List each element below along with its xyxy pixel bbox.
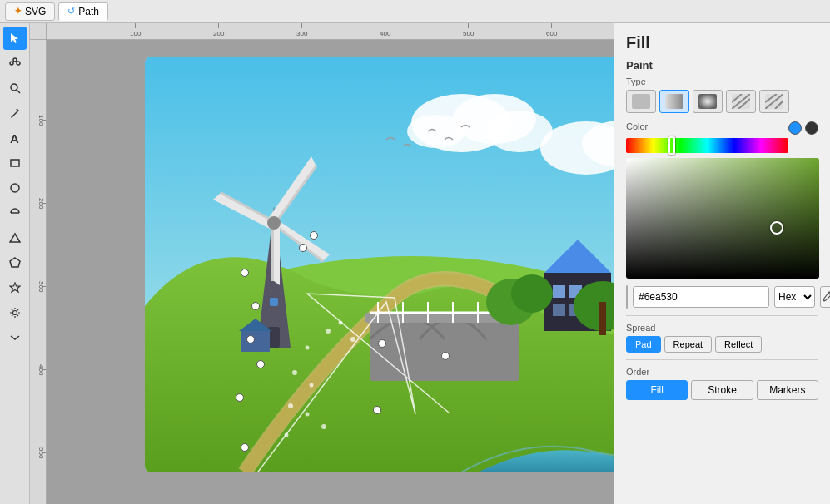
svg-point-59	[326, 329, 331, 334]
color-swatch-preview[interactable]	[626, 285, 628, 309]
order-label: Order	[626, 367, 818, 377]
tab-path-label: Path	[78, 6, 99, 17]
order-markers[interactable]: Markers	[757, 380, 818, 400]
order-fill[interactable]: Fill	[626, 380, 688, 400]
svg-marker-56	[274, 223, 280, 285]
tool-node[interactable]	[3, 52, 27, 75]
illustration-frame	[145, 57, 614, 472]
path-node-1[interactable]	[241, 269, 249, 277]
color-dot-secondary[interactable]	[805, 121, 818, 135]
canvas-inner[interactable]	[47, 40, 614, 504]
svg-rect-69	[632, 94, 650, 109]
ruler-vertical: 100 200 300 400 500	[30, 40, 47, 504]
spread-pad[interactable]: Pad	[626, 336, 661, 353]
svg-point-2	[13, 58, 17, 62]
paint-type-flat[interactable]	[626, 90, 656, 113]
type-label: Type	[626, 77, 818, 86]
tool-more[interactable]	[3, 326, 27, 349]
paint-label: Paint	[626, 59, 818, 72]
divider-2	[626, 359, 818, 360]
tool-triangle[interactable]	[3, 226, 27, 250]
path-node-11[interactable]	[241, 443, 249, 452]
canvas-area: 100 200 300 400 500 600 700 800 100 200 …	[30, 23, 614, 504]
svg-point-3	[17, 62, 20, 65]
svg-rect-71	[698, 94, 717, 109]
svg-point-7	[11, 184, 19, 192]
canvas-background	[47, 40, 614, 504]
path-node-8[interactable]	[378, 339, 386, 348]
svg-rect-47	[270, 298, 278, 306]
path-node-5[interactable]	[246, 335, 255, 343]
eyedropper-button[interactable]	[820, 286, 830, 308]
spread-reflect[interactable]: Reflect	[715, 336, 762, 353]
tool-arc[interactable]	[3, 201, 27, 225]
left-toolbar: A	[0, 23, 30, 504]
svg-point-1	[10, 62, 13, 65]
svg-rect-34	[553, 285, 565, 298]
tool-circle[interactable]	[3, 176, 27, 200]
sv-picker[interactable]	[626, 158, 819, 279]
svg-point-63	[292, 370, 297, 375]
svg-icon: ✦	[14, 6, 22, 17]
paint-type-radial[interactable]	[693, 90, 723, 113]
ruler-horizontal: 100 200 300 400 500 600 700 800	[47, 23, 614, 40]
spread-repeat[interactable]: Repeat	[664, 336, 712, 353]
svg-rect-6	[11, 160, 19, 166]
svg-point-67	[321, 424, 326, 429]
tool-star[interactable]	[3, 276, 27, 299]
svg-rect-37	[553, 304, 565, 316]
path-node-7[interactable]	[236, 393, 244, 402]
path-node-10[interactable]	[373, 406, 381, 414]
hue-cursor	[668, 136, 675, 155]
svg-rect-48	[241, 331, 270, 352]
divider-1	[626, 315, 818, 316]
tool-text[interactable]: A	[3, 126, 27, 150]
tool-rect[interactable]	[3, 151, 27, 175]
hex-format-select[interactable]: Hex RGB HSL	[774, 286, 815, 308]
tool-polygon[interactable]	[3, 251, 27, 274]
sv-cursor	[770, 221, 783, 235]
color-header-row: Color	[626, 121, 818, 135]
svg-point-13	[12, 311, 17, 315]
svg-point-64	[309, 383, 313, 388]
order-stroke[interactable]: Stroke	[691, 380, 753, 400]
svg-point-4	[11, 84, 17, 91]
color-dots	[788, 121, 818, 135]
path-node-2[interactable]	[299, 244, 307, 252]
fill-panel: Fill Paint Type	[614, 23, 830, 504]
path-node-9[interactable]	[441, 352, 450, 360]
tool-gear[interactable]	[3, 301, 27, 324]
hue-bar[interactable]	[626, 138, 788, 153]
svg-rect-41	[599, 302, 606, 335]
paint-type-linear[interactable]	[659, 90, 689, 113]
svg-marker-0	[11, 33, 18, 43]
svg-rect-70	[665, 94, 683, 109]
topbar: ✦ SVG ↺ Path	[0, 0, 830, 23]
tool-pen[interactable]	[3, 101, 27, 125]
hex-input[interactable]	[633, 286, 769, 308]
color-dot-primary[interactable]	[788, 121, 802, 135]
svg-rect-39	[572, 250, 582, 259]
hex-row: Hex RGB HSL	[626, 285, 818, 309]
paint-type-pattern[interactable]	[726, 90, 756, 113]
spread-label: Spread	[626, 323, 818, 333]
main-area: A 100 200 300	[0, 23, 830, 504]
tab-svg[interactable]: ✦ SVG	[5, 2, 55, 21]
spread-row: Pad Repeat Reflect	[626, 336, 818, 353]
paint-type-row	[626, 90, 818, 113]
panel-title: Fill	[626, 33, 818, 52]
svg-point-65	[288, 403, 293, 408]
svg-point-66	[305, 413, 309, 417]
path-node-6[interactable]	[256, 360, 265, 368]
tool-zoom[interactable]	[3, 77, 27, 100]
svg-marker-10	[10, 234, 20, 242]
tool-select[interactable]	[3, 27, 27, 50]
tab-path[interactable]: ↺ Path	[58, 2, 108, 21]
path-node-3[interactable]	[310, 231, 318, 240]
paint-type-swatch[interactable]	[759, 90, 789, 113]
svg-point-58	[267, 216, 281, 230]
svg-point-45	[511, 274, 553, 313]
color-label: Color	[626, 121, 648, 131]
path-node-4[interactable]	[251, 302, 260, 310]
path-icon: ↺	[67, 6, 75, 17]
